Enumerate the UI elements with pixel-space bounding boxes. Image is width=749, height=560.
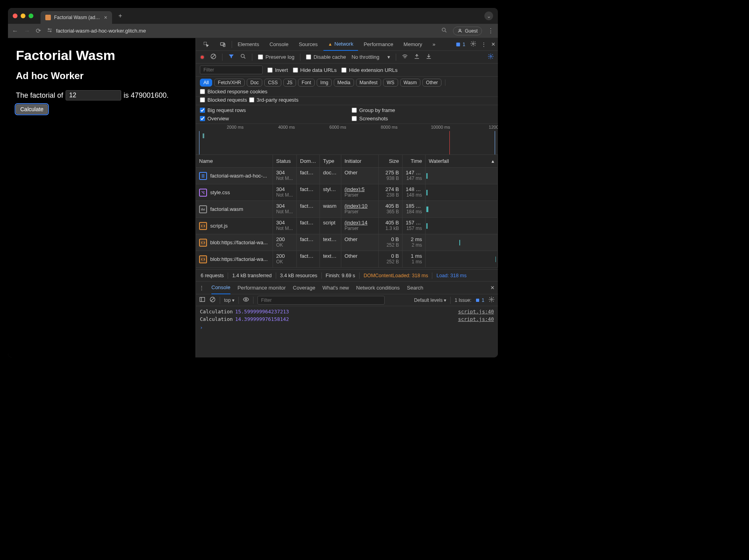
url-bar: ← → ⟳ factorial-wasm-ad-hoc-worker.glitc… [8,24,498,38]
drawer-tab-perfmon[interactable]: Performance monitor [238,285,286,291]
disable-cache-check[interactable]: Disable cache [306,54,346,60]
overview-check[interactable]: Overview [200,116,342,122]
type-chip-other[interactable]: Other [422,79,441,87]
network-row[interactable]: script.js 304Not M... factori... script … [196,218,498,234]
type-chip-manifest[interactable]: Manifest [356,79,381,87]
inspect-icon[interactable] [198,38,214,51]
reload-button[interactable]: ⟳ [36,27,41,35]
browser-menu-icon[interactable]: ⋮ [488,27,494,35]
close-window-button[interactable] [13,14,17,18]
console-filter-input[interactable] [257,296,385,305]
col-domain[interactable]: Domain [297,155,320,167]
tab-network[interactable]: ▲Network [323,38,358,51]
settings-icon[interactable] [470,41,476,48]
search-icon[interactable] [240,53,246,61]
network-row[interactable]: blob:https://factorial-wa... 200OK facto… [196,251,498,268]
big-rows-check[interactable]: Big request rows [200,107,342,113]
drawer-tab-whatsnew[interactable]: What's new [322,285,349,291]
col-type[interactable]: Type [320,155,341,167]
type-chip-wasm[interactable]: Wasm [400,79,421,87]
col-time[interactable]: Time [403,155,426,167]
devtools-menu-icon[interactable]: ⋮ [481,41,486,47]
drawer-tab-search[interactable]: Search [407,285,423,291]
type-chip-js[interactable]: JS [283,79,296,87]
back-button[interactable]: ← [12,27,18,35]
close-drawer-icon[interactable]: ✕ [490,285,495,291]
throttling-select[interactable]: No throttling ▾ [352,54,390,60]
close-devtools-icon[interactable]: ✕ [491,41,495,47]
group-frame-check[interactable]: Group by frame [352,107,494,113]
clear-button[interactable] [210,53,217,61]
tab-overflow-button[interactable]: ⌄ [484,12,493,20]
browser-tab[interactable]: Factorial Wasm (ad hoc Work × [41,11,112,24]
tab-elements[interactable]: Elements [233,38,264,51]
source-link[interactable]: script.js:40 [458,309,494,315]
network-filter-input[interactable] [200,66,263,74]
type-chip-font[interactable]: Font [298,79,315,87]
drawer-tab-coverage[interactable]: Coverage [293,285,315,291]
type-chip-all[interactable]: All [200,79,212,87]
blocked-requests-check[interactable]: Blocked requests [200,97,247,103]
type-chip-media[interactable]: Media [334,79,354,87]
context-select[interactable]: top ▾ [224,297,234,303]
third-party-check[interactable]: 3rd-party requests [249,97,299,103]
url-field[interactable]: factorial-wasm-ad-hoc-worker.glitch.me [46,27,435,35]
import-har-icon[interactable] [426,53,432,61]
export-har-icon[interactable] [414,53,420,61]
col-status[interactable]: Status [273,155,297,167]
device-mode-icon[interactable] [215,38,231,51]
profile-badge[interactable]: Guest [453,27,482,35]
tab-sources[interactable]: Sources [294,38,323,51]
drawer-tab-console[interactable]: Console [211,282,230,294]
hide-data-urls-check[interactable]: Hide data URLs [293,67,337,73]
close-tab-icon[interactable]: × [104,14,107,21]
drawer-tab-netcond[interactable]: Network conditions [356,285,400,291]
col-name[interactable]: Name [196,155,273,167]
console-prompt[interactable]: › [196,323,498,332]
network-row[interactable]: style.css 304Not M... factori... styles.… [196,184,498,201]
tab-console[interactable]: Console [265,38,293,51]
col-size[interactable]: Size [379,155,403,167]
new-tab-button[interactable]: + [118,12,122,19]
console-settings-icon[interactable] [488,296,495,304]
forward-button[interactable]: → [24,27,30,35]
source-link[interactable]: script.js:40 [458,316,494,322]
network-row[interactable]: factorial.wasm 304Not M... factori... wa… [196,201,498,218]
calculate-button[interactable]: Calculate [16,104,48,114]
col-waterfall[interactable]: Waterfall▴ [426,155,498,167]
invert-check[interactable]: Invert [267,67,288,73]
levels-select[interactable]: Default levels ▾ [414,297,446,303]
type-chip-ws[interactable]: WS [383,79,398,87]
type-chip-fetchxhr[interactable]: Fetch/XHR [214,79,245,87]
col-initiator[interactable]: Initiator [341,155,379,167]
console-issue-badge[interactable]: 1 [475,297,484,303]
live-expr-icon[interactable] [243,296,249,304]
minimize-window-button[interactable] [21,14,25,18]
record-button[interactable] [200,55,205,60]
network-conditions-icon[interactable] [402,53,408,61]
type-chip-doc[interactable]: Doc [247,79,262,87]
timeline-overview[interactable]: 2000 ms4000 ms6000 ms8000 ms10000 ms1200… [196,124,498,155]
tab-performance[interactable]: Performance [359,38,398,51]
console-sidebar-icon[interactable] [199,296,205,304]
issues-badge[interactable]: 1 [455,42,465,47]
drawer-menu-icon[interactable]: ⋮ [199,285,204,291]
hide-ext-urls-check[interactable]: Hide extension URLs [341,67,397,73]
calc-text-before: The factorial of [16,91,63,100]
screenshots-check[interactable]: Screenshots [352,116,494,122]
filter-icon[interactable] [228,53,234,61]
network-row[interactable]: blob:https://factorial-wa... 200OK facto… [196,234,498,251]
maximize-window-button[interactable] [29,14,33,18]
console-clear-icon[interactable] [209,296,216,304]
more-tabs-button[interactable]: » [428,38,440,51]
type-chip-css[interactable]: CSS [264,79,281,87]
preserve-log-check[interactable]: Preserve log [258,54,294,60]
tab-memory[interactable]: Memory [399,38,427,51]
site-settings-icon[interactable] [46,27,53,35]
zoom-icon[interactable] [441,27,447,35]
type-chip-img[interactable]: Img [317,79,332,87]
network-settings-icon[interactable] [488,53,494,61]
blocked-cookies-check[interactable]: Blocked response cookies [200,89,267,95]
network-row[interactable]: factorial-wasm-ad-hoc-... 304Not M... fa… [196,168,498,184]
factorial-input[interactable] [66,90,121,100]
